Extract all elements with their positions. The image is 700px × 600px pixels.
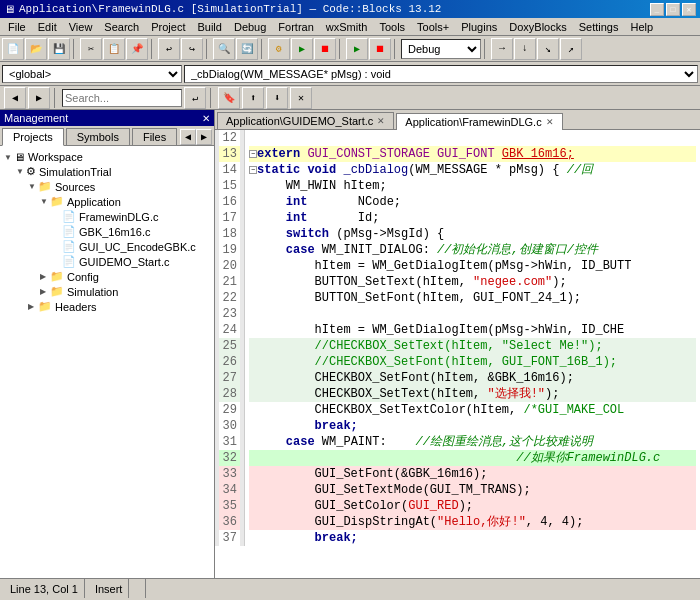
debug-step-out-button[interactable]: ↗ (560, 38, 582, 60)
menu-debug[interactable]: Debug (228, 19, 272, 35)
code-line-18: switch (pMsg->MsgId) { (249, 226, 696, 242)
line-number-13: 13 (219, 146, 240, 162)
cut-button[interactable]: ✂ (80, 38, 102, 60)
debug-play-button[interactable]: ▶ (346, 38, 368, 60)
undo-button[interactable]: ↩ (158, 38, 180, 60)
menu-edit[interactable]: Edit (32, 19, 63, 35)
minimize-button[interactable]: _ (650, 3, 664, 16)
menu-fortran[interactable]: Fortran (272, 19, 319, 35)
tree-item-SimulationTrial[interactable]: ▼⚙SimulationTrial (4, 164, 210, 179)
line-number-22: 22 (219, 290, 240, 306)
prev-bookmark-button[interactable]: ⬆ (242, 87, 264, 109)
close-button[interactable]: ✕ (682, 3, 696, 16)
line-number-33: 33 (219, 466, 240, 482)
code-lines[interactable]: −extern GUI_CONST_STORAGE GUI_FONT GBK_1… (245, 130, 700, 546)
function-combo[interactable]: _cbDialog(WM_MESSAGE* pMsg) : void (184, 65, 698, 83)
prev-button[interactable]: ◀ (4, 87, 26, 109)
code-line-22: BUTTON_SetFont(hItem, GUI_FONT_24_1); (249, 290, 696, 306)
code-text-34: GUI_SetTextMode(GUI_TM_TRANS); (257, 482, 531, 498)
tree-item-Workspace[interactable]: ▼🖥Workspace (4, 150, 210, 164)
tree-item-GUI_UC_EncodeGBK_c[interactable]: 📄GUI_UC_EncodeGBK.c (4, 239, 210, 254)
tab-symbols[interactable]: Symbols (66, 128, 130, 145)
search-separator2 (210, 88, 214, 108)
tree-item-Application[interactable]: ▼📁Application (4, 194, 210, 209)
toolbar-separator2 (151, 39, 155, 59)
paste-button[interactable]: 📌 (126, 38, 148, 60)
debug-step-over-button[interactable]: ↓ (514, 38, 536, 60)
menu-settings[interactable]: Settings (573, 19, 625, 35)
code-text-32: //如果你FramewinDLG.c (257, 450, 660, 466)
tab-projects[interactable]: Projects (2, 128, 64, 146)
editor-tabs: Application\GUIDEMO_Start.c ✕ Applicatio… (215, 110, 700, 130)
toolbar-row3: ◀ ▶ ↵ 🔖 ⬆ ⬇ ✕ (0, 86, 700, 110)
bookmark-button[interactable]: 🔖 (218, 87, 240, 109)
tree-item-Config[interactable]: ▶📁Config (4, 269, 210, 284)
debug-step-into-button[interactable]: ↘ (537, 38, 559, 60)
debug-run-to-button[interactable]: → (491, 38, 513, 60)
menu-doxyblocks[interactable]: DoxyBlocks (503, 19, 572, 35)
new-button[interactable]: 📄 (2, 38, 24, 60)
debug-stop-button[interactable]: ⏹ (369, 38, 391, 60)
copy-button[interactable]: 📋 (103, 38, 125, 60)
global-combo[interactable]: <global> (2, 65, 182, 83)
guidemo-tab-close[interactable]: ✕ (377, 116, 385, 126)
code-text-20: hItem = WM_GetDialogItem(pMsg->hWin, ID_… (257, 258, 631, 274)
save-button[interactable]: 💾 (48, 38, 70, 60)
code-text-25: //CHECKBOX_SetText(hItem, "Select Me!"); (257, 338, 603, 354)
toolbar-separator7 (484, 39, 488, 59)
editor-content[interactable]: 1213141516171819202122232425262728293031… (215, 130, 700, 578)
code-line-23 (249, 306, 696, 322)
line-number-37: 37 (219, 530, 240, 546)
menu-view[interactable]: View (63, 19, 99, 35)
line-number-34: 34 (219, 482, 240, 498)
tree-item-GUIDEMO_Start_c[interactable]: 📄GUIDEMO_Start.c (4, 254, 210, 269)
tree-item-GBK_16m16_c[interactable]: 📄GBK_16m16.c (4, 224, 210, 239)
maximize-button[interactable]: □ (666, 3, 680, 16)
menu-tools-plus[interactable]: Tools+ (411, 19, 455, 35)
menu-search[interactable]: Search (98, 19, 145, 35)
framewin-tab-close[interactable]: ✕ (546, 117, 554, 127)
line-marker-13[interactable]: − (249, 146, 257, 162)
panel-close-button[interactable]: ✕ (202, 113, 210, 124)
tab-framewin[interactable]: Application\FramewinDLG.c ✕ (396, 113, 562, 130)
code-line-28: CHECKBOX_SetText(hItem, "选择我!"); (249, 386, 696, 402)
menu-tools[interactable]: Tools (373, 19, 411, 35)
replace-button[interactable]: 🔄 (236, 38, 258, 60)
search-input[interactable] (62, 89, 182, 107)
panel-tabs: Projects Symbols Files ◀ ▶ (0, 126, 214, 146)
stop-button[interactable]: ⏹ (314, 38, 336, 60)
menu-plugins[interactable]: Plugins (455, 19, 503, 35)
tree-item-Simulation[interactable]: ▶📁Simulation (4, 284, 210, 299)
search-go-button[interactable]: ↵ (184, 87, 206, 109)
tab-guidemo[interactable]: Application\GUIDEMO_Start.c ✕ (217, 112, 394, 129)
code-line-24: hItem = WM_GetDialogItem(pMsg->hWin, ID_… (249, 322, 696, 338)
tree-item-Headers[interactable]: ▶📁Headers (4, 299, 210, 314)
code-line-31: case WM_PAINT: //绘图重绘消息,这个比较难说明 (249, 434, 696, 450)
panel-nav-next[interactable]: ▶ (196, 129, 212, 145)
code-text-31: case WM_PAINT: //绘图重绘消息,这个比较难说明 (257, 434, 593, 450)
find-button[interactable]: 🔍 (213, 38, 235, 60)
menu-help[interactable]: Help (624, 19, 659, 35)
run-button[interactable]: ▶ (291, 38, 313, 60)
clear-bookmarks-button[interactable]: ✕ (290, 87, 312, 109)
build-button[interactable]: ⚙ (268, 38, 290, 60)
menu-file[interactable]: File (2, 19, 32, 35)
open-button[interactable]: 📂 (25, 38, 47, 60)
menu-project[interactable]: Project (145, 19, 191, 35)
tree-item-Sources[interactable]: ▼📁Sources (4, 179, 210, 194)
tab-files[interactable]: Files (132, 128, 177, 145)
line-number-36: 36 (219, 514, 240, 530)
tree-item-FramewinDLG_c[interactable]: 📄FramewinDLG.c (4, 209, 210, 224)
next-button[interactable]: ▶ (28, 87, 50, 109)
next-bookmark-button[interactable]: ⬇ (266, 87, 288, 109)
line-marker-14[interactable]: − (249, 162, 257, 178)
panel-nav-prev[interactable]: ◀ (180, 129, 196, 145)
search-separator (54, 88, 58, 108)
redo-button[interactable]: ↪ (181, 38, 203, 60)
line-marker-37 (249, 530, 257, 546)
code-text-18: switch (pMsg->MsgId) { (257, 226, 444, 242)
code-line-27: CHECKBOX_SetFont(hItem, &GBK_16m16); (249, 370, 696, 386)
menu-wxsmith[interactable]: wxSmith (320, 19, 374, 35)
build-type-dropdown[interactable]: Debug Release (401, 39, 481, 59)
menu-build[interactable]: Build (191, 19, 227, 35)
